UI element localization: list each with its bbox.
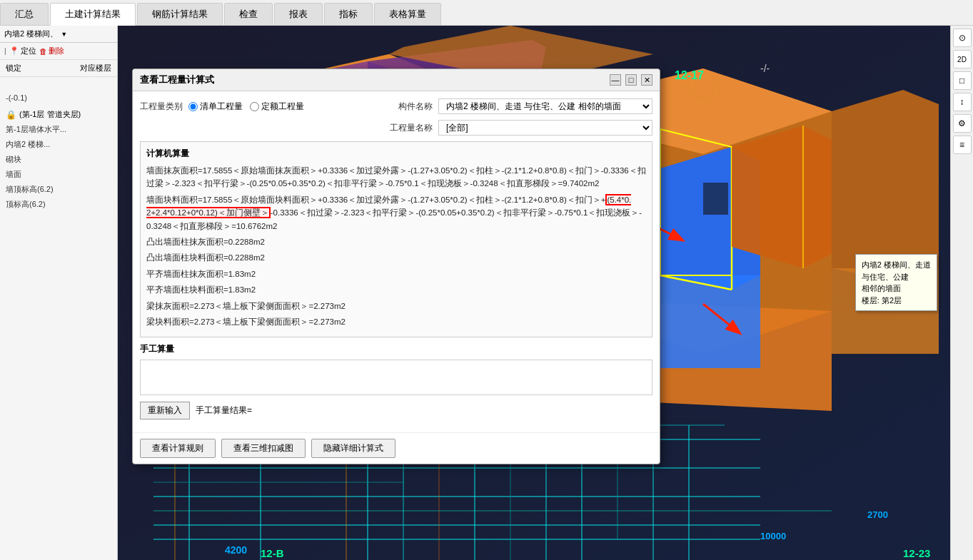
sidebar-item-4[interactable]: 内墙2 楼梯... [0,137,117,152]
manual-section: 手工算量 重新输入 手工算量结果= [140,343,652,419]
manual-section-title: 手工算量 [140,343,652,355]
rt-btn-menu[interactable]: ≡ [953,136,972,154]
delete-button[interactable]: 🗑 删除 [39,46,64,56]
radio-group: 清单工程量 定额工程量 [188,101,304,113]
sidebar-item-5[interactable]: 砌块 [0,152,117,167]
sidebar-item-floor[interactable]: 🔒 (第-1层 管道夹层) [0,107,117,122]
locate-button[interactable]: 📍 定位 [9,46,36,56]
tab-check[interactable]: 检查 [224,3,273,25]
btn-calc-rule[interactable]: 查看计算规则 [140,439,216,458]
radio-定额-input[interactable] [250,102,259,111]
sidebar-item-0[interactable]: -(-0.1) [0,91,117,104]
modal-close-btn[interactable]: ✕ [641,74,652,86]
tab-rebar-results[interactable]: 钢筋计算结果 [137,3,223,25]
radio-定额-label[interactable]: 定额工程量 [250,101,304,113]
tab-civil-results[interactable]: 土建计算结果 [50,3,136,26]
svg-text:12-17: 12-17 [675,69,704,81]
calc-line-1: 墙面块料面积=17.5855＜原始墙面块料面积＞+0.3336＜加过梁外露＞-(… [146,193,646,233]
lock-label: 锁定 [6,63,21,73]
type-label: 工程量类别 [140,101,183,113]
rt-btn-circle[interactable]: ⊙ [953,29,972,47]
sidebar-item-8[interactable]: 顶标高(6.2) [0,197,117,212]
svg-marker-41 [732,126,832,268]
form-row-quantity: 工程量类别 hidden 工程量名称 [全部] [140,120,652,136]
calc-line-3: 凸出墙面柱块料面积=0.2288m2 [146,251,646,264]
sidebar-item-3[interactable]: 第-1层墙体水平... [0,122,117,137]
rt-btn-zoom[interactable]: ↕ [953,93,972,111]
dropdown-arrow[interactable]: ▼ [61,31,67,38]
delete-icon: 🗑 [39,47,47,56]
right-toolbar: ⊙ 2D □ ↕ ⚙ ≡ [950,26,973,560]
tooltip-line3: 相邻的墙面 [862,282,931,295]
radio-清单-label[interactable]: 清单工程量 [188,101,243,113]
highlighted-formula: (5.4*0.2+2.4*0.12+0*0.12)＜加门侧壁＞ [146,194,631,218]
reinput-button[interactable]: 重新输入 [140,402,190,419]
modal-footer: 查看计算规则 查看三维扣减图 隐藏详细计算式 [133,432,660,464]
svg-text:10000: 10000 [760,531,786,541]
radio-清单-input[interactable] [188,102,198,111]
svg-marker-35 [660,275,760,368]
separator-icon: | [4,47,6,55]
calc-content: 墙面抹灰面积=17.5855＜原始墙面抹灰面积＞+0.3336＜加过梁外露＞-(… [146,164,646,328]
modal-minimize-btn[interactable]: — [610,74,621,86]
rt-btn-2d[interactable]: 2D [953,50,972,68]
modal-title: 查看工程量计算式 [140,73,214,86]
calc-section-title: 计算机算量 [146,148,646,160]
svg-rect-44 [703,183,728,215]
btn-hide-detail[interactable]: 隐藏详细计算式 [311,439,395,458]
sidebar-item-7[interactable]: 墙顶标高(6.2) [0,182,117,197]
manual-input[interactable] [140,360,652,395]
lock-small-icon: 🔒 [6,110,16,120]
locate-icon: 📍 [9,46,19,56]
tooltip-box: 内墙2 楼梯间、走道 与住宅、公建 相邻的墙面 楼层: 第2层 [855,254,937,311]
tooltip-line4: 楼层: 第2层 [862,295,931,307]
quantity-label: 工程量名称 [390,122,433,134]
modal-titlebar: 查看工程量计算式 — □ ✕ [133,69,660,91]
floor-label: 对应楼层 [24,63,111,73]
dropdown-label: 内墙2 楼梯间、 [4,29,58,39]
calc-section: 计算机算量 墙面抹灰面积=17.5855＜原始墙面抹灰面积＞+0.3336＜加过… [140,141,652,337]
svg-text:12-B: 12-B [261,547,284,559]
calc-line-7: 梁块料面积=2.273＜墙上板下梁侧面面积＞=2.273m2 [146,315,646,328]
calc-line-2: 凸出墙面柱抹灰面积=0.2288m2 [146,235,646,248]
tooltip-line2: 与住宅、公建 [862,271,931,283]
modal-body: 工程量类别 清单工程量 定额工程量 构件名称 内墙2 楼梯间、走道 与住宅、公 [133,91,660,432]
tab-report[interactable]: 报表 [274,3,323,25]
svg-text:2700: 2700 [867,509,888,520]
tab-summary[interactable]: 汇总 [0,3,49,25]
svg-text:-/-: -/- [760,63,770,74]
manual-result-label: 手工算量结果= [196,404,252,417]
modal-restore-btn[interactable]: □ [625,74,637,86]
modal-dialog: 查看工程量计算式 — □ ✕ 工程量类别 清单工程量 定额工程 [132,68,660,464]
calc-line-5: 平齐墙面柱块料面积=1.83m2 [146,283,646,296]
sidebar-item-6[interactable]: 墙面 [0,167,117,182]
calc-line-0: 墙面抹灰面积=17.5855＜原始墙面抹灰面积＞+0.3336＜加过梁外露＞-(… [146,164,646,190]
tooltip-line1: 内墙2 楼梯间、走道 [862,259,931,271]
component-select[interactable]: 内墙2 楼梯间、走道 与住宅、公建 相邻的墙面 [438,98,652,114]
left-sidebar: 内墙2 楼梯间、 ▼ | 📍 定位 🗑 删除 锁定 对应楼层 -(-0.1) 🔒… [0,26,118,560]
modal-controls: — □ ✕ [610,74,652,86]
tab-table-calc[interactable]: 表格算量 [374,3,441,25]
svg-text:4200: 4200 [225,544,247,556]
rt-btn-box[interactable]: □ [953,71,972,90]
rt-btn-settings[interactable]: ⚙ [953,114,972,133]
svg-text:12-23: 12-23 [903,547,930,559]
form-row-type: 工程量类别 清单工程量 定额工程量 构件名称 内墙2 楼梯间、走道 与住宅、公 [140,98,652,114]
top-tab-bar: 汇总 土建计算结果 钢筋计算结果 检查 报表 指标 表格算量 [0,0,973,26]
component-label: 构件名称 [398,101,433,113]
calc-line-4: 平齐墙面柱抹灰面积=1.83m2 [146,268,646,280]
manual-row: 重新输入 手工算量结果= [140,402,652,419]
tab-index[interactable]: 指标 [324,3,373,25]
btn-3d-deduct[interactable]: 查看三维扣减图 [221,439,306,458]
quantity-select[interactable]: [全部] [438,120,652,136]
calc-line-6: 梁抹灰面积=2.273＜墙上板下梁侧面面积＞=2.273m2 [146,300,646,312]
